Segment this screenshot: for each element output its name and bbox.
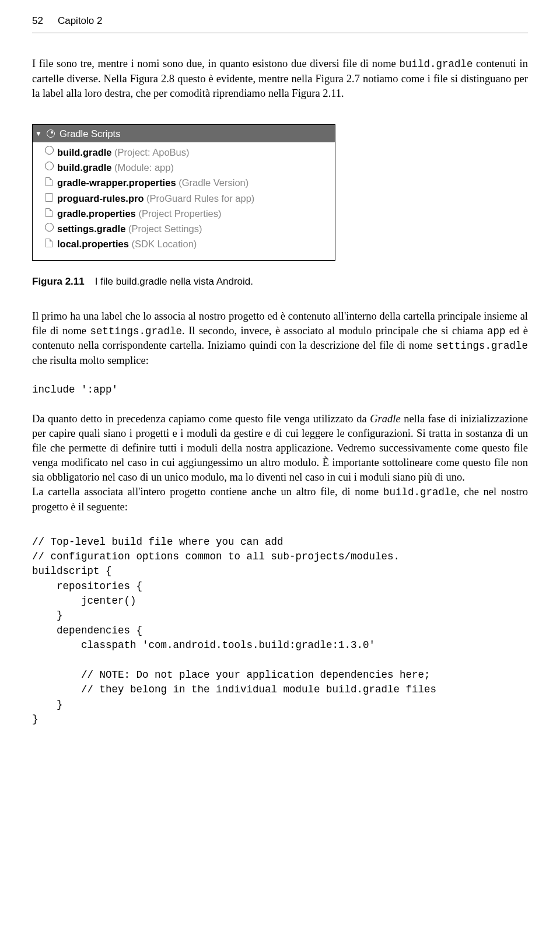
file-scope: (Project Properties)	[136, 208, 222, 219]
paragraph-4: La cartella associata all'intero progett…	[32, 485, 528, 514]
list-item[interactable]: gradle.properties (Project Properties)	[33, 206, 335, 221]
text: . Il secondo, invece, è associato al mod…	[182, 325, 487, 337]
inline-code: settings.gradle	[90, 325, 183, 337]
list-item[interactable]: proguard-rules.pro (ProGuard Rules for a…	[33, 191, 335, 206]
chapter-label: Capitolo 2	[58, 15, 103, 28]
file-name: gradle.properties	[57, 208, 136, 219]
gradle-file-icon	[44, 222, 54, 232]
list-item[interactable]: settings.gradle (Project Settings)	[33, 221, 335, 236]
running-header: 52 Capitolo 2	[32, 15, 528, 33]
list-item[interactable]: build.gradle (Project: ApoBus)	[33, 145, 335, 160]
text: La cartella associata all'intero progett…	[32, 486, 383, 498]
figure-number: Figura 2.11	[32, 276, 85, 287]
code-block-include: include ':app'	[32, 383, 528, 397]
file-scope: (ProGuard Rules for app)	[144, 193, 255, 204]
gradle-scripts-list: build.gradle (Project: ApoBus) build.gra…	[33, 142, 335, 260]
file-name: proguard-rules.pro	[57, 193, 144, 204]
file-scope: (Module: app)	[112, 162, 174, 173]
paragraph-1: I file sono tre, mentre i nomi sono due,…	[32, 57, 528, 101]
disclosure-triangle-icon: ▼	[35, 129, 42, 138]
list-item[interactable]: local.properties (SDK Location)	[33, 236, 335, 251]
gradle-file-icon	[44, 161, 54, 170]
file-name: gradle-wrapper.properties	[57, 177, 176, 188]
code-block-buildscript: // Top-level build file where you can ad…	[32, 535, 528, 727]
file-scope: (Project: ApoBus)	[112, 147, 190, 157]
file-name: build.gradle	[57, 162, 112, 173]
file-name: build.gradle	[57, 147, 112, 157]
gradle-icon	[47, 129, 55, 138]
paragraph-2: Il primo ha una label che lo associa al …	[32, 309, 528, 368]
page-number: 52	[32, 15, 43, 28]
properties-file-icon	[46, 239, 52, 247]
inline-code: build.gradle	[399, 58, 473, 70]
properties-file-icon	[46, 177, 52, 186]
figure-caption-text: I file build.gradle nella vista Android.	[95, 276, 253, 287]
text-file-icon	[46, 193, 52, 202]
figure-211: ▼ Gradle Scripts build.gradle (Project: …	[32, 124, 528, 261]
panel-title: Gradle Scripts	[60, 127, 121, 140]
file-name: settings.gradle	[57, 223, 125, 234]
inline-code: settings.gradle	[436, 340, 528, 352]
file-scope: (SDK Location)	[129, 239, 197, 249]
emphasis: Gradle	[370, 413, 400, 425]
inline-code: app	[487, 325, 506, 337]
inline-code: build.gradle	[383, 486, 457, 498]
file-scope: (Project Settings)	[125, 223, 202, 234]
list-item[interactable]: build.gradle (Module: app)	[33, 160, 335, 175]
paragraph-3: Da quanto detto in precedenza capiamo co…	[32, 412, 528, 485]
text: che risulta molto semplice:	[32, 355, 149, 366]
figure-caption: Figura 2.11I file build.gradle nella vis…	[32, 275, 528, 289]
file-name: local.properties	[57, 239, 129, 249]
file-scope: (Gradle Version)	[176, 177, 249, 188]
gradle-scripts-header[interactable]: ▼ Gradle Scripts	[33, 125, 335, 142]
text: I file sono tre, mentre i nomi sono due,…	[32, 58, 399, 69]
page: 52 Capitolo 2 I file sono tre, mentre i …	[0, 0, 560, 759]
text: Da quanto detto in precedenza capiamo co…	[32, 413, 370, 425]
list-item[interactable]: gradle-wrapper.properties (Gradle Versio…	[33, 175, 335, 190]
properties-file-icon	[46, 208, 52, 217]
gradle-scripts-panel: ▼ Gradle Scripts build.gradle (Project: …	[32, 124, 335, 261]
gradle-file-icon	[44, 146, 54, 155]
